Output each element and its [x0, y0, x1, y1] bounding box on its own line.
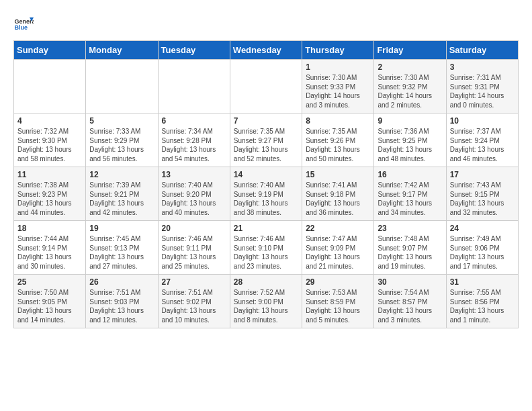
calendar-cell: 27Sunrise: 7:51 AM Sunset: 9:02 PM Dayli… [158, 275, 230, 328]
calendar-cell [14, 60, 86, 113]
cell-content: Sunrise: 7:35 AM Sunset: 9:27 PM Dayligh… [234, 127, 298, 163]
calendar-cell [86, 60, 158, 113]
calendar-cell: 1Sunrise: 7:30 AM Sunset: 9:33 PM Daylig… [302, 60, 374, 113]
day-number: 25 [17, 277, 82, 287]
cell-content: Sunrise: 7:50 AM Sunset: 9:05 PM Dayligh… [17, 288, 82, 324]
day-number: 5 [89, 116, 154, 126]
day-number: 23 [378, 224, 442, 233]
day-number: 11 [17, 170, 82, 179]
cell-content: Sunrise: 7:43 AM Sunset: 9:15 PM Dayligh… [450, 181, 515, 217]
cell-content: Sunrise: 7:30 AM Sunset: 9:32 PM Dayligh… [378, 73, 442, 109]
day-number: 8 [306, 116, 370, 126]
cell-content: Sunrise: 7:38 AM Sunset: 9:23 PM Dayligh… [17, 181, 82, 217]
calendar-cell: 29Sunrise: 7:53 AM Sunset: 8:59 PM Dayli… [302, 275, 374, 328]
calendar-cell: 16Sunrise: 7:42 AM Sunset: 9:17 PM Dayli… [374, 167, 446, 221]
day-number: 21 [234, 224, 298, 233]
cell-content: Sunrise: 7:53 AM Sunset: 8:59 PM Dayligh… [306, 288, 370, 324]
day-number: 14 [234, 170, 298, 179]
calendar-cell: 15Sunrise: 7:41 AM Sunset: 9:18 PM Dayli… [302, 167, 374, 221]
cell-content: Sunrise: 7:31 AM Sunset: 9:31 PM Dayligh… [450, 73, 515, 109]
cell-content: Sunrise: 7:33 AM Sunset: 9:29 PM Dayligh… [89, 127, 154, 163]
calendar-cell: 10Sunrise: 7:37 AM Sunset: 9:24 PM Dayli… [446, 113, 518, 167]
cell-content: Sunrise: 7:37 AM Sunset: 9:24 PM Dayligh… [450, 127, 515, 163]
page-header: General Blue [13, 13, 519, 34]
header-tuesday: Tuesday [158, 41, 230, 60]
calendar-cell: 19Sunrise: 7:45 AM Sunset: 9:13 PM Dayli… [86, 221, 158, 275]
calendar-cell: 28Sunrise: 7:52 AM Sunset: 9:00 PM Dayli… [230, 275, 302, 328]
day-number: 12 [89, 170, 154, 179]
cell-content: Sunrise: 7:54 AM Sunset: 8:57 PM Dayligh… [378, 288, 442, 324]
day-number: 26 [89, 277, 154, 287]
calendar-cell: 9Sunrise: 7:36 AM Sunset: 9:25 PM Daylig… [374, 113, 446, 167]
calendar-cell: 17Sunrise: 7:43 AM Sunset: 9:15 PM Dayli… [446, 167, 518, 221]
day-number: 6 [162, 116, 226, 126]
week-row-4: 18Sunrise: 7:44 AM Sunset: 9:14 PM Dayli… [14, 221, 519, 275]
svg-text:Blue: Blue [15, 24, 28, 31]
header-monday: Monday [86, 41, 158, 60]
cell-content: Sunrise: 7:46 AM Sunset: 9:10 PM Dayligh… [234, 234, 298, 271]
day-number: 24 [450, 224, 515, 233]
cell-content: Sunrise: 7:32 AM Sunset: 9:30 PM Dayligh… [17, 127, 82, 163]
calendar-header: SundayMondayTuesdayWednesdayThursdayFrid… [14, 41, 519, 60]
day-number: 27 [162, 277, 226, 287]
day-number: 7 [234, 116, 298, 126]
calendar-cell: 21Sunrise: 7:46 AM Sunset: 9:10 PM Dayli… [230, 221, 302, 275]
cell-content: Sunrise: 7:46 AM Sunset: 9:11 PM Dayligh… [162, 234, 226, 271]
day-number: 18 [17, 224, 82, 233]
day-number: 13 [162, 170, 226, 179]
calendar-cell: 12Sunrise: 7:39 AM Sunset: 9:21 PM Dayli… [86, 167, 158, 221]
cell-content: Sunrise: 7:49 AM Sunset: 9:06 PM Dayligh… [450, 234, 515, 271]
header-wednesday: Wednesday [230, 41, 302, 60]
cell-content: Sunrise: 7:51 AM Sunset: 9:02 PM Dayligh… [162, 288, 226, 324]
week-row-3: 11Sunrise: 7:38 AM Sunset: 9:23 PM Dayli… [14, 167, 519, 221]
cell-content: Sunrise: 7:48 AM Sunset: 9:07 PM Dayligh… [378, 234, 442, 271]
cell-content: Sunrise: 7:40 AM Sunset: 9:19 PM Dayligh… [234, 181, 298, 217]
calendar-cell: 11Sunrise: 7:38 AM Sunset: 9:23 PM Dayli… [14, 167, 86, 221]
day-number: 9 [378, 116, 442, 126]
cell-content: Sunrise: 7:55 AM Sunset: 8:56 PM Dayligh… [450, 288, 515, 324]
calendar-cell: 24Sunrise: 7:49 AM Sunset: 9:06 PM Dayli… [446, 221, 518, 275]
day-number: 3 [450, 62, 515, 72]
calendar-cell: 26Sunrise: 7:51 AM Sunset: 9:03 PM Dayli… [86, 275, 158, 328]
cell-content: Sunrise: 7:45 AM Sunset: 9:13 PM Dayligh… [89, 234, 154, 271]
calendar-cell: 13Sunrise: 7:40 AM Sunset: 9:20 PM Dayli… [158, 167, 230, 221]
cell-content: Sunrise: 7:36 AM Sunset: 9:25 PM Dayligh… [378, 127, 442, 163]
cell-content: Sunrise: 7:44 AM Sunset: 9:14 PM Dayligh… [17, 234, 82, 271]
calendar-cell [158, 60, 230, 113]
cell-content: Sunrise: 7:39 AM Sunset: 9:21 PM Dayligh… [89, 181, 154, 217]
calendar-cell: 20Sunrise: 7:46 AM Sunset: 9:11 PM Dayli… [158, 221, 230, 275]
day-number: 22 [306, 224, 370, 233]
cell-content: Sunrise: 7:30 AM Sunset: 9:33 PM Dayligh… [306, 73, 370, 109]
header-friday: Friday [374, 41, 446, 60]
calendar-cell: 7Sunrise: 7:35 AM Sunset: 9:27 PM Daylig… [230, 113, 302, 167]
calendar-cell: 8Sunrise: 7:35 AM Sunset: 9:26 PM Daylig… [302, 113, 374, 167]
cell-content: Sunrise: 7:40 AM Sunset: 9:20 PM Dayligh… [162, 181, 226, 217]
calendar-cell: 4Sunrise: 7:32 AM Sunset: 9:30 PM Daylig… [14, 113, 86, 167]
cell-content: Sunrise: 7:47 AM Sunset: 9:09 PM Dayligh… [306, 234, 370, 271]
calendar-table: SundayMondayTuesdayWednesdayThursdayFrid… [13, 40, 519, 328]
cell-content: Sunrise: 7:41 AM Sunset: 9:18 PM Dayligh… [306, 181, 370, 217]
calendar-cell: 5Sunrise: 7:33 AM Sunset: 9:29 PM Daylig… [86, 113, 158, 167]
calendar-cell: 23Sunrise: 7:48 AM Sunset: 9:07 PM Dayli… [374, 221, 446, 275]
day-number: 19 [89, 224, 154, 233]
day-number: 4 [17, 116, 82, 126]
calendar-cell: 6Sunrise: 7:34 AM Sunset: 9:28 PM Daylig… [158, 113, 230, 167]
cell-content: Sunrise: 7:52 AM Sunset: 9:00 PM Dayligh… [234, 288, 298, 324]
day-number: 29 [306, 277, 370, 287]
header-thursday: Thursday [302, 41, 374, 60]
day-number: 28 [234, 277, 298, 287]
cell-content: Sunrise: 7:34 AM Sunset: 9:28 PM Dayligh… [162, 127, 226, 163]
cell-content: Sunrise: 7:42 AM Sunset: 9:17 PM Dayligh… [378, 181, 442, 217]
calendar-cell: 31Sunrise: 7:55 AM Sunset: 8:56 PM Dayli… [446, 275, 518, 328]
calendar-cell [230, 60, 302, 113]
week-row-5: 25Sunrise: 7:50 AM Sunset: 9:05 PM Dayli… [14, 275, 519, 328]
calendar-cell: 3Sunrise: 7:31 AM Sunset: 9:31 PM Daylig… [446, 60, 518, 113]
day-number: 16 [378, 170, 442, 179]
day-number: 20 [162, 224, 226, 233]
header-saturday: Saturday [446, 41, 518, 60]
header-sunday: Sunday [14, 41, 86, 60]
calendar-cell: 30Sunrise: 7:54 AM Sunset: 8:57 PM Dayli… [374, 275, 446, 328]
day-number: 30 [378, 277, 442, 287]
calendar-body: 1Sunrise: 7:30 AM Sunset: 9:33 PM Daylig… [14, 60, 519, 328]
header-row: SundayMondayTuesdayWednesdayThursdayFrid… [14, 41, 519, 60]
